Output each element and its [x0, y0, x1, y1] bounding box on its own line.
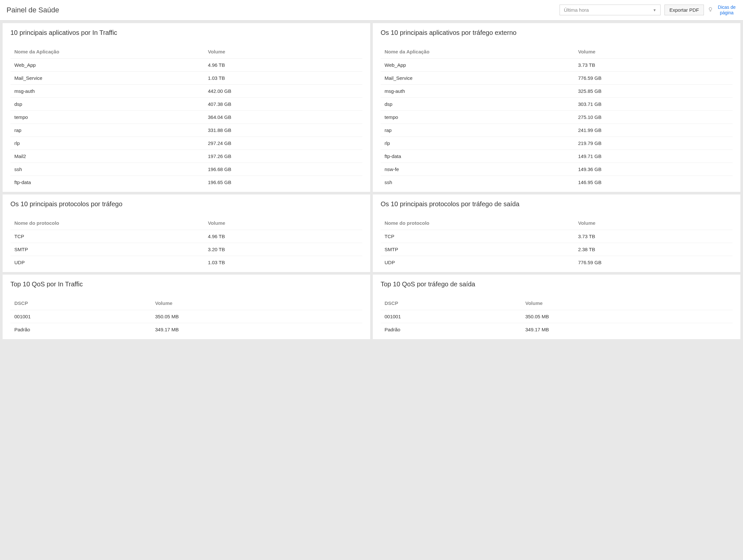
- col-header-name[interactable]: DSCP: [381, 297, 521, 310]
- qos-out-table: DSCP Volume 001001350.05 MBPadrão349.17 …: [381, 297, 733, 336]
- panel-proto-out-traffic: Os 10 principais protocolos por tráfego …: [373, 194, 740, 272]
- panel-apps-out-traffic: Os 10 principais aplicativos por tráfego…: [373, 23, 740, 192]
- cell-volume: 442.00 GB: [204, 84, 362, 97]
- table-row[interactable]: SMTP3.20 TB: [10, 243, 362, 256]
- panel-title: Os 10 principais protocolos por tráfego …: [381, 200, 733, 208]
- cell-name: msg-auth: [10, 84, 204, 97]
- table-row[interactable]: tempo275.10 GB: [381, 110, 733, 124]
- cell-volume: 349.17 MB: [151, 323, 362, 336]
- lightbulb-icon[interactable]: [708, 7, 713, 13]
- col-header-volume[interactable]: Volume: [204, 46, 362, 59]
- table-row[interactable]: msg-auth442.00 GB: [10, 84, 362, 97]
- cell-volume: 149.71 GB: [574, 149, 733, 162]
- table-row[interactable]: nsw-fe149.36 GB: [381, 162, 733, 176]
- table-row[interactable]: Web_App3.73 TB: [381, 58, 733, 72]
- cell-volume: 1.03 TB: [204, 256, 362, 269]
- cell-name: ssh: [10, 162, 204, 176]
- cell-name: Web_App: [10, 58, 204, 72]
- col-header-name[interactable]: Nome do protocolo: [381, 217, 574, 230]
- cell-name: Web_App: [381, 58, 574, 72]
- table-row[interactable]: TCP3.73 TB: [381, 230, 733, 243]
- table-row[interactable]: ssh196.68 GB: [10, 162, 362, 176]
- table-row[interactable]: ssh146.95 GB: [381, 176, 733, 189]
- export-pdf-button[interactable]: Exportar PDF: [664, 5, 704, 15]
- apps-in-table: Nome da Aplicação Volume Web_App4.96 TBM…: [10, 46, 362, 189]
- table-row[interactable]: tempo364.04 GB: [10, 110, 362, 124]
- page-tips-link[interactable]: Dicas de página: [717, 5, 737, 16]
- table-row[interactable]: 001001350.05 MB: [10, 310, 362, 323]
- panel-title: Top 10 QoS por In Traffic: [10, 280, 362, 288]
- cell-name: 001001: [381, 310, 521, 323]
- col-header-name[interactable]: Nome da Aplicação: [381, 46, 574, 59]
- cell-volume: 776.59 GB: [574, 256, 733, 269]
- table-row[interactable]: rap241.99 GB: [381, 124, 733, 137]
- table-row[interactable]: Web_App4.96 TB: [10, 58, 362, 72]
- cell-name: rap: [10, 124, 204, 137]
- col-header-name[interactable]: Nome da Aplicação: [10, 46, 204, 59]
- table-row[interactable]: 001001350.05 MB: [381, 310, 733, 323]
- cell-name: ssh: [381, 176, 574, 189]
- chevron-down-icon: ▼: [653, 8, 656, 12]
- panel-qos-in-traffic: Top 10 QoS por In Traffic DSCP Volume 00…: [3, 275, 370, 339]
- panel-proto-in-traffic: Os 10 principais protocolos por tráfego …: [3, 194, 370, 272]
- table-row[interactable]: UDP1.03 TB: [10, 256, 362, 269]
- cell-volume: 1.03 TB: [204, 72, 362, 84]
- table-row[interactable]: Padrão349.17 MB: [381, 323, 733, 336]
- cell-name: Padrão: [381, 323, 521, 336]
- table-row[interactable]: SMTP2.38 TB: [381, 243, 733, 256]
- table-row[interactable]: dsp407.38 GB: [10, 97, 362, 110]
- cell-name: rlp: [381, 137, 574, 149]
- cell-volume: 3.73 TB: [574, 230, 733, 243]
- cell-volume: 303.71 GB: [574, 97, 733, 110]
- table-row[interactable]: Mail_Service776.59 GB: [381, 72, 733, 84]
- table-row[interactable]: TCP4.96 TB: [10, 230, 362, 243]
- cell-volume: 196.68 GB: [204, 162, 362, 176]
- cell-name: nsw-fe: [381, 162, 574, 176]
- table-row[interactable]: ftp-data149.71 GB: [381, 149, 733, 162]
- cell-volume: 146.95 GB: [574, 176, 733, 189]
- col-header-volume[interactable]: Volume: [574, 46, 733, 59]
- panel-apps-in-traffic: 10 principais aplicativos por In Traffic…: [3, 23, 370, 192]
- table-row[interactable]: Mail_Service1.03 TB: [10, 72, 362, 84]
- cell-name: dsp: [381, 97, 574, 110]
- panel-title: Top 10 QoS por tráfego de saída: [381, 280, 733, 288]
- table-row[interactable]: Padrão349.17 MB: [10, 323, 362, 336]
- cell-name: Mail2: [10, 149, 204, 162]
- cell-volume: 4.96 TB: [204, 230, 362, 243]
- cell-name: rlp: [10, 137, 204, 149]
- header-actions: Última hora ▼ Exportar PDF Dicas de pági…: [560, 5, 737, 16]
- table-row[interactable]: rap331.88 GB: [10, 124, 362, 137]
- cell-volume: 241.99 GB: [574, 124, 733, 137]
- table-row[interactable]: rlp297.24 GB: [10, 137, 362, 149]
- time-range-value: Última hora: [564, 7, 589, 13]
- cell-volume: 275.10 GB: [574, 110, 733, 124]
- cell-volume: 350.05 MB: [521, 310, 733, 323]
- cell-name: SMTP: [381, 243, 574, 256]
- apps-out-table: Nome da Aplicação Volume Web_App3.73 TBM…: [381, 46, 733, 189]
- cell-volume: 197.26 GB: [204, 149, 362, 162]
- cell-name: 001001: [10, 310, 151, 323]
- panel-qos-out-traffic: Top 10 QoS por tráfego de saída DSCP Vol…: [373, 275, 740, 339]
- cell-name: SMTP: [10, 243, 204, 256]
- table-row[interactable]: ftp-data196.65 GB: [10, 176, 362, 189]
- table-row[interactable]: Mail2197.26 GB: [10, 149, 362, 162]
- table-row[interactable]: rlp219.79 GB: [381, 137, 733, 149]
- col-header-volume[interactable]: Volume: [204, 217, 362, 230]
- table-row[interactable]: msg-auth325.85 GB: [381, 84, 733, 97]
- cell-name: rap: [381, 124, 574, 137]
- col-header-volume[interactable]: Volume: [151, 297, 362, 310]
- cell-volume: 364.04 GB: [204, 110, 362, 124]
- table-row[interactable]: UDP776.59 GB: [381, 256, 733, 269]
- cell-name: msg-auth: [381, 84, 574, 97]
- cell-volume: 331.88 GB: [204, 124, 362, 137]
- time-range-select[interactable]: Última hora ▼: [560, 5, 661, 15]
- cell-volume: 196.65 GB: [204, 176, 362, 189]
- table-row[interactable]: dsp303.71 GB: [381, 97, 733, 110]
- col-header-name[interactable]: DSCP: [10, 297, 151, 310]
- col-header-volume[interactable]: Volume: [521, 297, 733, 310]
- cell-name: UDP: [381, 256, 574, 269]
- panel-title: Os 10 principais aplicativos por tráfego…: [381, 29, 733, 37]
- page-title: Painel de Saúde: [6, 6, 59, 14]
- col-header-name[interactable]: Nome do protocolo: [10, 217, 204, 230]
- col-header-volume[interactable]: Volume: [574, 217, 733, 230]
